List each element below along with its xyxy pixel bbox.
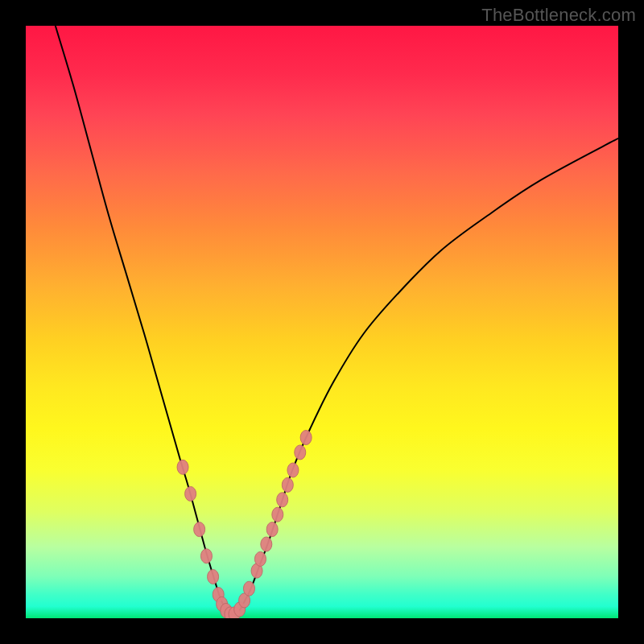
plot-area [26,26,618,618]
watermark-text: TheBottleneck.com [481,5,636,26]
data-marker [185,486,196,501]
data-marker [261,537,272,551]
curve-layer [26,26,618,618]
left-branch-curve [56,26,233,615]
data-marker [177,460,188,474]
data-marker [282,477,293,492]
data-marker [277,493,288,507]
data-marker [208,569,219,584]
right-branch-curve [233,138,618,615]
data-marker [295,445,306,460]
chart-stage: TheBottleneck.com [0,0,644,644]
data-marker [300,431,312,445]
data-marker [200,549,212,564]
data-marker [272,507,283,522]
data-marker [254,551,266,566]
marker-group [177,431,312,618]
data-marker [266,522,278,537]
data-marker [287,463,299,477]
data-marker [194,522,205,537]
data-marker [243,581,254,596]
